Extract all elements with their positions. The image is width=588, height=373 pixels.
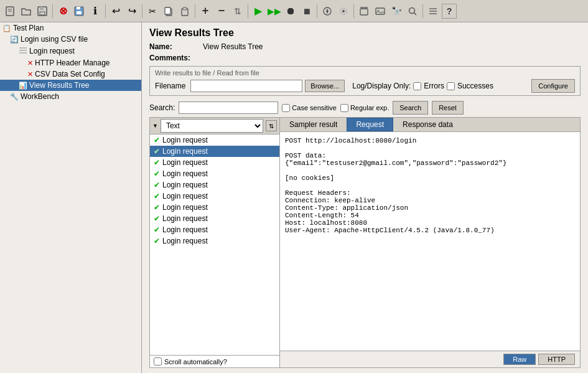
- result-item-6[interactable]: ✔ Login request: [150, 191, 279, 202]
- workbench-label: WorkBench: [21, 92, 59, 101]
- sep6: [317, 4, 317, 18]
- csv-dataset-label: CSV Data Set Config: [35, 70, 105, 78]
- tree-item-csv-dataset[interactable]: ✕ CSV Data Set Config: [0, 68, 141, 80]
- csv-dataset-icon: ✕: [27, 70, 33, 78]
- result-item-2[interactable]: ✔ Login request: [150, 146, 279, 157]
- result-item-5[interactable]: ✔ Login request: [150, 179, 279, 191]
- toolbar: ⊗ ℹ ↩ ↪ ✂ + − ⇅ ▶ ▶▶ ⏺ ⏹ 🔭 ?: [0, 0, 588, 22]
- collapse-arrow[interactable]: ▼: [152, 123, 158, 129]
- filename-input[interactable]: [190, 80, 302, 92]
- tree-item-login-request[interactable]: Login request: [0, 45, 141, 57]
- tab-request[interactable]: Request: [347, 118, 393, 131]
- remove-button[interactable]: −: [214, 4, 229, 19]
- cut-button[interactable]: ✂: [145, 4, 160, 19]
- sep3: [142, 4, 142, 18]
- tab-sampler-result[interactable]: Sampler result: [280, 118, 347, 131]
- search-input[interactable]: [179, 102, 278, 114]
- tree-item-workbench[interactable]: 🔧 WorkBench: [0, 91, 141, 102]
- http-button[interactable]: HTTP: [538, 354, 575, 365]
- run-button[interactable]: ▶: [251, 4, 266, 19]
- case-sensitive-checkbox[interactable]: [282, 104, 290, 112]
- info-button[interactable]: ℹ: [88, 4, 103, 19]
- name-value: View Results Tree: [203, 42, 263, 51]
- run-all-button[interactable]: ▶▶: [267, 4, 282, 19]
- result-item-1[interactable]: ✔ Login request: [150, 135, 279, 146]
- tree-item-login-csv[interactable]: 🔄 Login using CSV file: [0, 34, 141, 45]
- tree-item-http-header[interactable]: ✕ HTTP Header Manage: [0, 57, 141, 68]
- paste-button[interactable]: [177, 4, 192, 19]
- write-results-title: Write results to file / Read from file: [155, 69, 575, 77]
- tree-item-view-results[interactable]: 📊 View Results Tree: [0, 80, 141, 91]
- help-button[interactable]: ?: [442, 4, 457, 19]
- detail-tabs: Sampler result Request Response data: [280, 118, 580, 132]
- view-results-label: View Results Tree: [29, 81, 90, 90]
- results-list-panel: ▼ Text ⇅ ✔ Login request ✔ Login request: [149, 117, 280, 368]
- remote-button[interactable]: [320, 4, 335, 19]
- sep5: [248, 4, 248, 18]
- list-button[interactable]: [426, 4, 441, 19]
- result-check-1: ✔: [154, 136, 160, 144]
- name-label: Name:: [149, 42, 199, 51]
- result-item-7[interactable]: ✔ Login request: [150, 202, 279, 213]
- search-label: Search:: [149, 103, 175, 112]
- result-item-4[interactable]: ✔ Login request: [150, 168, 279, 179]
- errors-checkbox[interactable]: [413, 82, 421, 90]
- copy-button[interactable]: [161, 4, 176, 19]
- remote2-button[interactable]: [336, 4, 351, 19]
- raw-button[interactable]: Raw: [503, 354, 536, 365]
- result-check-8: ✔: [154, 214, 160, 223]
- results-dropdown[interactable]: Text: [161, 119, 263, 133]
- stop-button[interactable]: ⊗: [55, 4, 70, 19]
- result-item-10[interactable]: ✔ Login request: [150, 235, 279, 247]
- svg-rect-8: [77, 11, 82, 14]
- result-item-9[interactable]: ✔ Login request: [150, 224, 279, 235]
- sep4: [195, 4, 195, 18]
- detail-content: POST http://localhost:8080/login POST da…: [280, 132, 580, 351]
- result-check-6: ✔: [154, 192, 160, 201]
- record-button[interactable]: ⏺: [283, 4, 298, 19]
- binoculars-button[interactable]: 🔭: [389, 4, 404, 19]
- reset-button[interactable]: Reset: [432, 101, 464, 115]
- sep8: [422, 4, 423, 18]
- tree-item-test-plan[interactable]: 📋 Test Plan: [0, 22, 141, 34]
- move-button[interactable]: ⇅: [230, 4, 245, 19]
- successes-label: Successes: [457, 82, 493, 90]
- result-check-2: ✔: [154, 147, 160, 156]
- result-label-7: Login request: [162, 203, 208, 212]
- list-scroll-btn[interactable]: ⇅: [266, 120, 277, 131]
- save-button[interactable]: [35, 4, 50, 19]
- scroll-auto-checkbox[interactable]: [154, 357, 162, 366]
- redo-button[interactable]: ↪: [124, 4, 139, 19]
- results-list-header: ▼ Text ⇅: [150, 118, 279, 135]
- result-item-8[interactable]: ✔ Login request: [150, 213, 279, 224]
- result-label-6: Login request: [162, 192, 208, 201]
- regular-exp-label: Regular exp.: [340, 104, 389, 112]
- search-button[interactable]: Search: [393, 101, 428, 115]
- clear-button[interactable]: [357, 4, 371, 19]
- test-plan-label: Test Plan: [13, 24, 44, 32]
- add-button[interactable]: +: [198, 4, 213, 19]
- login-csv-icon: 🔄: [10, 35, 19, 44]
- stop2-button[interactable]: ⏹: [299, 4, 314, 19]
- result-check-9: ✔: [154, 225, 160, 234]
- floppy-button[interactable]: [72, 4, 86, 19]
- right-panel: View Results Tree Name: View Results Tre…: [142, 22, 588, 373]
- tab-response-data[interactable]: Response data: [393, 118, 462, 131]
- result-check-4: ✔: [154, 169, 160, 178]
- sep2: [105, 4, 106, 18]
- undo-button[interactable]: ↩: [108, 4, 123, 19]
- browse-button[interactable]: Browse...: [305, 80, 345, 92]
- result-item-3[interactable]: ✔ Login request: [150, 157, 279, 168]
- new-button[interactable]: [2, 4, 17, 19]
- svg-rect-17: [360, 9, 368, 15]
- successes-checkbox[interactable]: [447, 82, 455, 90]
- configure-button[interactable]: Configure: [531, 79, 575, 93]
- open-button[interactable]: [19, 4, 34, 19]
- log-display-label: Log/Display Only:: [352, 82, 411, 90]
- regular-exp-checkbox[interactable]: [340, 104, 348, 112]
- login-request-label: Login request: [29, 47, 75, 55]
- comments-row: Comments:: [142, 52, 588, 64]
- http-header-label: HTTP Header Manage: [35, 59, 110, 67]
- search2-button[interactable]: [405, 4, 420, 19]
- image-button[interactable]: [373, 4, 388, 19]
